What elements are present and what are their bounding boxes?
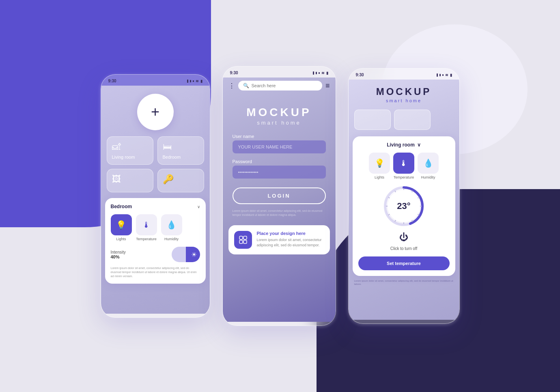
status-icons-1: ≋ ▮ — [187, 79, 202, 83]
phone-3-body: MOCKUP smart home Living room ∨ 💡 Lights — [349, 80, 459, 320]
room-chevron-icon[interactable]: ∨ — [417, 142, 421, 148]
time-1: 9:30 — [108, 79, 116, 83]
search-input[interactable] — [252, 83, 317, 88]
bottom-card-title: Place your design here — [257, 231, 324, 236]
living-room-name: Living room — [387, 142, 415, 148]
bedroom-label: Bedroom — [163, 155, 199, 159]
battery-icon-2: ▮ — [326, 71, 328, 75]
humidity-control-3: 💧 Humidity — [418, 153, 439, 179]
lights-button[interactable]: 💡 — [111, 214, 132, 235]
bottom-card: Place your design here Lorem ipsum dolor… — [228, 225, 330, 254]
lights-button-3[interactable]: 💡 — [369, 153, 390, 174]
search-bar-row: ⋮ 🔍 ≡ — [223, 78, 336, 94]
humidity-button-3[interactable]: 💧 — [418, 153, 439, 174]
lights-control-3: 💡 Lights — [369, 153, 390, 179]
status-bar-1: 9:30 ≋ ▮ — [101, 75, 210, 86]
room-tab-2[interactable] — [394, 110, 431, 130]
intensity-text: Intensity — [111, 250, 126, 254]
room-icon-3: 🖼 — [112, 174, 148, 185]
temperature-value: 23° — [397, 201, 410, 211]
temp-control-icons: 💡 Lights 🌡 Temperature 💧 Humidity — [358, 153, 450, 179]
intensity-info: Intensity 40% — [111, 250, 126, 259]
username-input[interactable] — [233, 140, 326, 153]
temperature-control-3: 🌡 Temperature — [393, 153, 414, 179]
password-label: Password — [233, 159, 326, 164]
signal-bar-3b — [313, 71, 314, 75]
mockup-subtitle-3: smart home — [349, 98, 459, 103]
power-label: Click to turn off — [390, 246, 418, 251]
svg-rect-2 — [239, 240, 243, 243]
search-icon: 🔍 — [243, 83, 249, 88]
lights-label-3: Lights — [375, 175, 384, 179]
living-room-label: Living room — [112, 155, 148, 159]
room-card-3[interactable]: 🖼 — [107, 169, 153, 192]
svg-rect-1 — [243, 236, 247, 239]
phone-2-body: ⋮ 🔍 ≡ MOCKUP smart home User name Passwo… — [223, 78, 336, 322]
add-room-button[interactable]: + — [137, 94, 174, 130]
svg-rect-3 — [243, 240, 247, 243]
signal-bar-3 — [187, 80, 188, 83]
living-room-header: Living room ∨ — [358, 142, 450, 148]
living-room-card[interactable]: 🛋 Living room — [107, 136, 153, 165]
wifi-icon-2: ≋ — [321, 71, 325, 75]
login-button[interactable]: LOGIN — [233, 187, 326, 204]
phone-1-body: + 🛋 Living room 🛏 Bedroom 🖼 🔑 — [101, 86, 210, 314]
panel-chevron-icon[interactable]: ∨ — [197, 205, 200, 209]
status-icons-2: ≋ ▮ — [313, 71, 328, 75]
password-input[interactable] — [233, 166, 326, 179]
login-form: User name Password LOGIN — [223, 134, 336, 204]
bedroom-icon: 🛏 — [163, 142, 199, 152]
room-tab-1[interactable] — [354, 110, 391, 130]
thermostat[interactable]: 23° — [383, 186, 424, 226]
humidity-label-3: Humidity — [421, 175, 435, 179]
hamburger-icon[interactable]: ≡ — [325, 82, 330, 90]
mockup-title: MOCKUP — [223, 106, 336, 119]
bottom-card-body: Lorem ipsum dolor sit amet, consectetur … — [257, 237, 324, 248]
signal-bar-1b — [319, 72, 320, 74]
panel-title: Bedroom — [111, 204, 132, 209]
temperature-label-3: Temperature — [394, 175, 414, 179]
add-button-container: + — [101, 86, 210, 136]
humidity-label: Humidity — [164, 237, 179, 241]
humidity-control: 💧 Humidity — [161, 214, 182, 241]
power-icon[interactable]: ⏻ — [358, 232, 450, 243]
signal-bar-2 — [190, 80, 191, 82]
screens-container: 9:30 ≋ ▮ + 🛋 Living room — [101, 66, 460, 326]
search-box: 🔍 — [238, 81, 322, 90]
phone-1: 9:30 ≋ ▮ + 🛋 Living room — [101, 74, 210, 318]
room-card-4[interactable]: 🔑 — [157, 169, 204, 192]
menu-dots-icon[interactable]: ⋮ — [228, 82, 235, 90]
battery-icon-3: ▮ — [450, 73, 452, 77]
set-temperature-button[interactable]: Set temperature — [358, 256, 450, 270]
power-button-area: ⏻ Click to turn off — [358, 232, 450, 252]
lorem-text-p2: Lorem ipsum dolor sit amet, consectetur … — [223, 204, 336, 222]
mockup-subtitle: smart home — [223, 120, 336, 126]
room-grid: 🛋 Living room 🛏 Bedroom 🖼 🔑 — [101, 136, 210, 192]
mockup-title-3: MOCKUP — [349, 86, 459, 97]
temperature-label: Temperature — [136, 237, 157, 241]
battery-icon-1: ▮ — [200, 79, 202, 83]
time-3: 9:30 — [356, 73, 364, 77]
temperature-control: 🌡 Temperature — [136, 214, 157, 241]
lorem-text-p3: Lorem ipsum dolor sit amet, consectetur … — [349, 276, 459, 289]
signal-bar-2b — [316, 72, 317, 74]
wifi-icon-3: ≋ — [445, 73, 448, 77]
bottom-card-text: Place your design here Lorem ipsum dolor… — [257, 231, 324, 248]
temperature-button[interactable]: 🌡 — [136, 214, 157, 235]
lights-control: 💡 Lights — [111, 214, 132, 241]
plus-icon: + — [151, 105, 159, 119]
room-icon-4: 🔑 — [163, 174, 199, 185]
signal-bar-2c — [439, 74, 441, 76]
status-bar-2: 9:30 ≋ ▮ — [223, 67, 336, 78]
bedroom-card[interactable]: 🛏 Bedroom — [157, 136, 204, 165]
temperature-button-3[interactable]: 🌡 — [393, 153, 414, 174]
status-icons-3: ≋ ▮ — [437, 73, 452, 77]
panel-header: Bedroom ∨ — [111, 204, 200, 209]
intensity-slider[interactable]: ☀ — [172, 247, 200, 262]
username-label: User name — [233, 134, 326, 139]
signal-bar-1c — [442, 74, 444, 76]
time-2: 9:30 — [230, 71, 238, 75]
lights-label: Lights — [116, 237, 126, 241]
thermostat-container: 23° — [358, 186, 450, 226]
humidity-button[interactable]: 💧 — [161, 214, 182, 235]
